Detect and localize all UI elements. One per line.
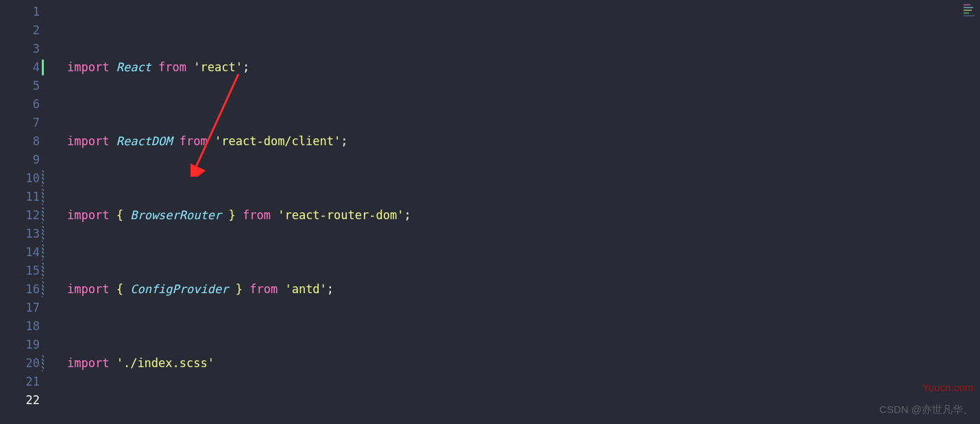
line-number: 5 <box>0 77 40 95</box>
line-number: 6 <box>0 95 40 114</box>
line-number: 2 <box>0 21 40 40</box>
line-number: 20 <box>0 354 40 373</box>
code-line: import { ConfigProvider } from 'antd'; <box>67 280 980 299</box>
line-number: 9 <box>0 151 40 169</box>
gutter-modified-icon <box>42 171 44 186</box>
gutter-modified-icon <box>42 60 44 75</box>
line-number: 15 <box>0 262 40 280</box>
line-number: 22 <box>0 391 40 410</box>
line-number: 7 <box>0 114 40 132</box>
line-number: 16 <box>0 280 40 299</box>
line-number: 19 <box>0 336 40 354</box>
line-number: 3 <box>0 40 40 58</box>
gutter-modified-icon <box>42 282 44 297</box>
code-line: import './index.scss' <box>67 354 980 373</box>
code-area[interactable]: import React from 'react'; import ReactD… <box>48 0 980 424</box>
line-number: 18 <box>0 317 40 336</box>
code-line: import ReactDOM from 'react-dom/client'; <box>67 132 980 151</box>
line-number-gutter: 12345678910111213141516171819202122 <box>0 0 48 424</box>
line-number: 21 <box>0 373 40 391</box>
watermark-yuucn: Yuucn.com <box>922 378 973 397</box>
line-number: 12 <box>0 206 40 225</box>
gutter-modified-icon <box>42 189 44 205</box>
watermark-csdn: CSDN @亦世凡华、 <box>879 400 973 419</box>
line-number: 14 <box>0 243 40 262</box>
line-number: 17 <box>0 299 40 317</box>
code-line: import { BrowserRouter } from 'react-rou… <box>67 206 980 225</box>
code-line: import React from 'react'; <box>67 58 980 77</box>
line-number: 10 <box>0 169 40 188</box>
line-number: 13 <box>0 225 40 243</box>
gutter-modified-icon <box>42 208 44 223</box>
minimap-icon[interactable] <box>964 4 977 29</box>
code-editor[interactable]: 12345678910111213141516171819202122 impo… <box>0 0 980 424</box>
gutter-modified-icon <box>42 356 44 371</box>
gutter-modified-icon <box>42 263 44 279</box>
line-number: 11 <box>0 188 40 206</box>
line-number: 8 <box>0 132 40 151</box>
line-number: 1 <box>0 3 40 21</box>
gutter-modified-icon <box>42 226 44 242</box>
line-number: 4 <box>0 58 40 77</box>
gutter-modified-icon <box>42 245 44 260</box>
